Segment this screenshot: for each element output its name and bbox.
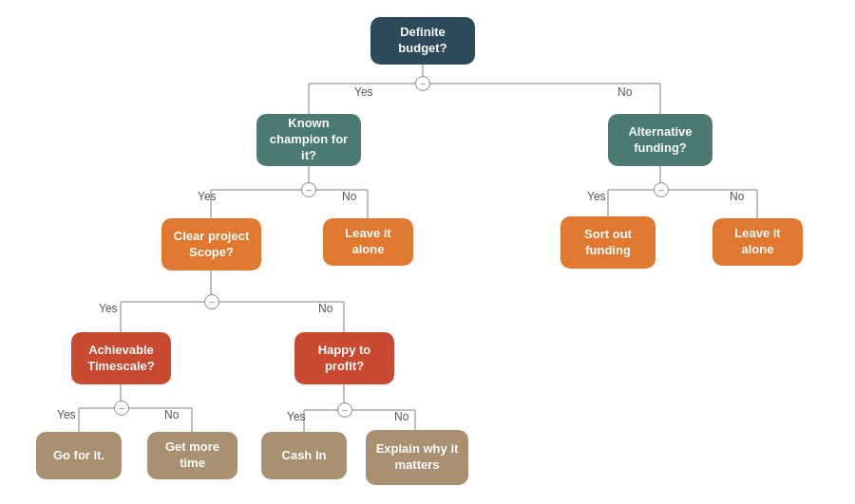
label-no-4: No bbox=[318, 302, 332, 315]
circle-minus-1: − bbox=[415, 76, 430, 91]
circle-minus-6: − bbox=[337, 402, 352, 418]
node-known-champion: Known champion for it? bbox=[256, 114, 361, 166]
label-no-5: No bbox=[164, 408, 179, 421]
circle-minus-5: − bbox=[114, 401, 129, 416]
node-leave-alone-1: Leave it alone bbox=[323, 218, 413, 266]
circle-minus-3: − bbox=[654, 182, 669, 197]
label-yes-4: Yes bbox=[99, 302, 118, 315]
node-leave-alone-2: Leave it alone bbox=[712, 218, 803, 266]
node-cash-in: Cash In bbox=[261, 432, 347, 479]
node-go-for-it: Go for it. bbox=[36, 432, 122, 479]
label-no-6: No bbox=[394, 410, 408, 423]
node-explain-why: Explain why it matters bbox=[366, 430, 468, 485]
node-definite-budget: Definite budget? bbox=[370, 17, 475, 65]
label-no-1: No bbox=[618, 85, 632, 99]
label-no-2: No bbox=[342, 190, 356, 203]
label-yes-2: Yes bbox=[198, 190, 217, 203]
label-yes-3: Yes bbox=[587, 190, 606, 203]
node-clear-project-scope: Clear project Scope? bbox=[162, 218, 261, 271]
label-yes-5: Yes bbox=[57, 408, 76, 421]
node-sort-out-funding: Sort out funding bbox=[560, 216, 656, 269]
label-no-3: No bbox=[730, 190, 744, 203]
node-happy-to-profit: Happy to profit? bbox=[294, 332, 394, 384]
label-yes-1: Yes bbox=[354, 85, 373, 99]
circle-minus-2: − bbox=[301, 182, 316, 197]
label-yes-6: Yes bbox=[287, 410, 306, 423]
node-achievable-timescale: Achievable Timescale? bbox=[71, 332, 171, 384]
node-get-more-time: Get more time bbox=[147, 432, 238, 479]
node-alternative-funding: Alternative funding? bbox=[608, 114, 712, 166]
circle-minus-4: − bbox=[204, 294, 219, 309]
